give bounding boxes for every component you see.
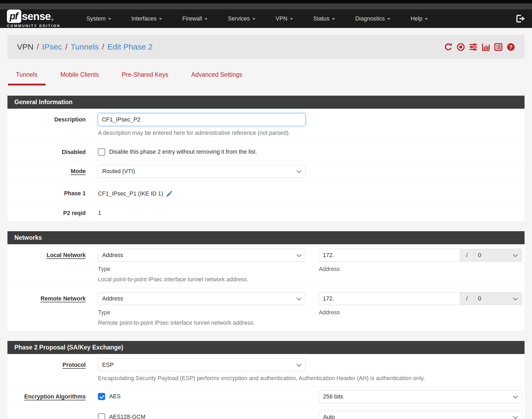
sign-out-icon[interactable] xyxy=(516,15,525,23)
chevron-down-icon xyxy=(108,18,111,20)
phase1-value: CF1_IPsec_P1 (IKE ID 1) xyxy=(98,190,163,197)
local-network-type-select[interactable]: Address xyxy=(98,249,306,262)
chevron-down-icon xyxy=(159,18,162,20)
sliders-icon[interactable] xyxy=(469,43,477,51)
nav-item-status[interactable]: Status xyxy=(303,15,345,22)
description-help: A description may be entered here for ad… xyxy=(98,130,522,136)
row-encryption-aes128gcm: AES128-GCM Auto xyxy=(7,407,525,419)
breadcrumb-section: VPN xyxy=(17,42,34,51)
row-encryption-aes: Encryption Algorithms AES 256 bits xyxy=(7,387,525,407)
row-description: Description A description may be entered… xyxy=(7,109,525,141)
row-p2reqid: P2 reqid 1 xyxy=(7,202,525,221)
panel-phase2-proposal: Phase 2 Proposal (SA/Key Exchange) Proto… xyxy=(7,341,525,419)
protocol-select[interactable]: ESP xyxy=(98,359,306,371)
nav-item-help[interactable]: Help xyxy=(401,15,438,22)
chevron-down-icon xyxy=(332,18,335,20)
chevron-down-icon xyxy=(252,18,255,20)
local-network-address-input[interactable] xyxy=(319,249,460,262)
row-phase1: Phase 1 CF1_IPsec_P1 (IKE ID 1) xyxy=(7,182,525,202)
row-mode: Mode Routed (VTI) xyxy=(7,160,525,182)
breadcrumb: VPN / IPsec / Tunnels / Edit Phase 2 xyxy=(17,42,153,51)
slash-addon: / xyxy=(460,292,474,305)
community-edition-label: COMMUNITY EDITION xyxy=(7,24,60,28)
tab-mobile-clients[interactable]: Mobile Clients xyxy=(52,71,107,86)
disabled-checkbox[interactable] xyxy=(98,148,105,156)
list-icon[interactable] xyxy=(494,43,502,51)
breadcrumb-link-ipsec[interactable]: IPsec xyxy=(42,42,62,51)
local-network-type-caption: Type xyxy=(98,266,306,272)
help-icon[interactable]: ? xyxy=(507,43,515,51)
bar-chart-icon[interactable] xyxy=(482,43,490,51)
row-protocol: Protocol ESP Encapsulating Security Payl… xyxy=(7,354,525,387)
refresh-icon[interactable] xyxy=(444,43,452,51)
aes-checkbox[interactable] xyxy=(98,393,105,400)
remote-network-address-input[interactable] xyxy=(319,292,460,305)
panel-title: Networks xyxy=(7,231,525,244)
description-input[interactable] xyxy=(98,113,306,126)
window-chrome-strip xyxy=(0,0,532,3)
tab-advanced-settings[interactable]: Advanced Settings xyxy=(183,71,250,86)
slash-addon: / xyxy=(460,249,474,262)
local-network-help: Local point-to-point IPsec interface tun… xyxy=(98,276,522,283)
navbar-menu: System Interfaces Firewall Services VPN … xyxy=(76,15,516,22)
aes128gcm-checkbox[interactable] xyxy=(98,413,105,419)
top-navbar: pf sense ® COMMUNITY EDITION System Inte… xyxy=(0,9,532,28)
disabled-checkbox-label: Disable this phase 2 entry without remov… xyxy=(109,149,257,155)
tab-pre-shared-keys[interactable]: Pre-Shared Keys xyxy=(114,71,176,86)
chevron-down-icon xyxy=(387,18,390,20)
panel-general-information: General Information Description A descri… xyxy=(7,96,525,221)
aes-checkbox-label: AES xyxy=(109,393,121,400)
pfsense-logo-sense: sense xyxy=(22,10,51,22)
stop-icon[interactable] xyxy=(457,43,465,51)
remote-network-address-caption: Address xyxy=(319,309,522,316)
remote-network-type-caption: Type xyxy=(98,309,306,316)
p2reqid-value: 1 xyxy=(98,207,522,217)
aes-keylen-select[interactable]: 256 bits xyxy=(319,390,522,403)
remote-network-type-select[interactable]: Address xyxy=(98,292,306,305)
row-remote-network: Remote Network Address Type / 0 Address … xyxy=(7,288,525,331)
chevron-down-icon xyxy=(425,18,428,20)
local-network-address-caption: Address xyxy=(319,266,522,272)
tab-tunnels[interactable]: Tunnels xyxy=(8,71,46,86)
panel-networks: Networks Local Network Address Type / 0 … xyxy=(7,231,525,331)
chevron-down-icon xyxy=(204,18,208,20)
protocol-help: Encapsulating Security Payload (ESP) per… xyxy=(98,375,522,382)
remote-network-help: Remote point-to-point IPsec interface tu… xyxy=(98,320,522,326)
svg-text:?: ? xyxy=(509,44,512,50)
row-disabled: Disabled Disable this phase 2 entry with… xyxy=(7,141,525,160)
local-network-prefix-select[interactable]: 0 xyxy=(474,249,522,262)
mode-select[interactable]: Routed (VTI) xyxy=(98,165,306,178)
aes128gcm-checkbox-label: AES128-GCM xyxy=(109,414,145,419)
nav-item-system[interactable]: System xyxy=(76,15,121,22)
pfsense-logo-pf: pf xyxy=(7,10,21,23)
pfsense-logo[interactable]: pf sense ® COMMUNITY EDITION xyxy=(7,10,60,28)
page-tabs: Tunnels Mobile Clients Pre-Shared Keys A… xyxy=(8,71,532,86)
registered-mark: ® xyxy=(51,18,53,21)
navbar-top-strip xyxy=(0,3,532,9)
edit-pencil-icon[interactable] xyxy=(166,190,173,197)
remote-network-prefix-select[interactable]: 0 xyxy=(474,292,522,305)
panel-title: General Information xyxy=(7,96,525,109)
breadcrumb-link-edit-phase2[interactable]: Edit Phase 2 xyxy=(107,42,152,51)
nav-item-diagnostics[interactable]: Diagnostics xyxy=(345,15,401,22)
breadcrumb-link-tunnels[interactable]: Tunnels xyxy=(71,42,99,51)
nav-item-firewall[interactable]: Firewall xyxy=(172,15,218,22)
panel-title: Phase 2 Proposal (SA/Key Exchange) xyxy=(7,341,525,354)
row-local-network: Local Network Address Type / 0 Address L… xyxy=(7,244,525,288)
breadcrumb-bar: VPN / IPsec / Tunnels / Edit Phase 2 ? xyxy=(7,35,525,59)
nav-item-interfaces[interactable]: Interfaces xyxy=(121,15,172,22)
nav-item-services[interactable]: Services xyxy=(218,15,265,22)
page-toolbar: ? xyxy=(444,43,515,51)
nav-item-vpn[interactable]: VPN xyxy=(266,15,303,22)
chevron-down-icon xyxy=(290,18,293,20)
aes128gcm-keylen-select[interactable]: Auto xyxy=(319,411,522,419)
